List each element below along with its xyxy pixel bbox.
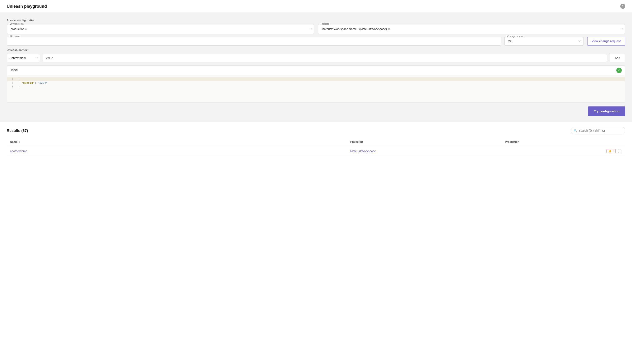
environments-field: Environments production ⊗ ▾ xyxy=(7,24,314,34)
api-token-label: API token xyxy=(9,35,21,38)
access-config-label: Access configuration xyxy=(7,18,625,22)
search-icon: 🔍 xyxy=(573,129,577,132)
code-line-2: 2 "userId": "1234" xyxy=(7,81,625,85)
context-field-select[interactable]: Context field userId sessionId remoteAdd… xyxy=(7,54,40,62)
line-number-1: 1 xyxy=(7,78,15,80)
change-request-input[interactable] xyxy=(504,37,584,46)
results-section: Results (67) 🔍 Name ↑ Project ID Product… xyxy=(0,122,632,161)
th-name[interactable]: Name ↑ xyxy=(7,138,347,146)
row-project-cell: MateuszWorkspace xyxy=(347,146,502,156)
search-input[interactable] xyxy=(571,127,625,134)
environments-label: Environments xyxy=(9,22,25,25)
json-editor-header: JSON ✓ xyxy=(7,66,625,75)
context-add-btn[interactable]: Add xyxy=(610,54,625,62)
api-token-field: API token xyxy=(7,37,501,46)
projects-field: Projects Mateusz Workspace Name - (Mateu… xyxy=(318,24,625,34)
context-field-wrapper: Context field userId sessionId remoteAdd… xyxy=(7,54,40,62)
code-editor[interactable]: 1 ↓ { 2 "userId": "1234" 3 } xyxy=(7,75,625,102)
feature-name-link[interactable]: anotherdemo xyxy=(10,150,27,153)
access-config-section: Access configuration Environments produc… xyxy=(7,18,625,46)
projects-label: Projects xyxy=(320,22,330,25)
json-label: JSON xyxy=(10,69,18,72)
code-line-3: 3 } xyxy=(7,85,625,89)
help-icon[interactable]: ? xyxy=(620,4,625,9)
th-project-id: Project ID xyxy=(347,138,502,146)
try-config-row: Try configuration xyxy=(7,106,625,116)
change-request-field: Change request ✕ xyxy=(504,37,584,46)
api-token-input[interactable] xyxy=(7,37,501,46)
results-table-header-row: Name ↑ Project ID Production xyxy=(7,138,625,146)
line-indicator-1: ↓ xyxy=(15,78,18,80)
production-chip: production ⊗ xyxy=(10,27,29,31)
row-name-cell: anotherdemo xyxy=(7,146,347,156)
code-line-1: 1 ↓ { xyxy=(7,77,625,81)
change-request-label: Change request xyxy=(506,35,524,38)
env-projects-row: Environments production ⊗ ▾ Projects M xyxy=(7,24,625,34)
line-number-3: 3 xyxy=(7,85,15,88)
context-row: Context field userId sessionId remoteAdd… xyxy=(7,54,625,62)
unleash-context-label: Unleash context xyxy=(7,48,625,52)
row-production-cell: 🔔 1 i xyxy=(502,146,625,156)
results-title: Results (67) xyxy=(7,128,28,133)
unleash-context-section: Unleash context Context field userId ses… xyxy=(7,48,625,62)
try-config-btn[interactable]: Try configuration xyxy=(588,106,625,116)
production-badge: 🔔 1 xyxy=(606,149,616,153)
main-content: Access configuration Environments produc… xyxy=(0,13,632,122)
name-sort-icon: ↑ xyxy=(19,141,20,143)
line-indicator-3 xyxy=(15,85,18,88)
page-header: Unleash playground ? xyxy=(0,0,632,13)
info-icon[interactable]: i xyxy=(618,149,622,153)
page-title: Unleash playground xyxy=(7,4,47,9)
projects-chip-field[interactable]: Mateusz Workspace Name - (MateuszWorkspa… xyxy=(318,24,625,34)
token-change-row: API token Change request ✕ View change r… xyxy=(7,37,625,46)
production-chip-remove[interactable]: ⊗ xyxy=(25,28,28,30)
line-content-2: "userId": "1234" xyxy=(18,82,48,84)
results-table: Name ↑ Project ID Production anotherdemo… xyxy=(7,138,625,156)
line-number-2: 2 xyxy=(7,82,15,84)
line-content-1: { xyxy=(18,78,20,80)
search-wrapper: 🔍 xyxy=(571,127,625,134)
project-chip: Mateusz Workspace Name - (MateuszWorkspa… xyxy=(321,27,391,31)
badge-icon: 🔔 xyxy=(608,150,611,152)
table-row: anotherdemo MateuszWorkspace 🔔 1 i xyxy=(7,146,625,156)
badge-count: 1 xyxy=(612,150,614,152)
results-header: Results (67) 🔍 xyxy=(7,127,625,134)
th-production: Production xyxy=(502,138,625,146)
environments-chip-field[interactable]: production ⊗ xyxy=(7,24,314,34)
view-change-request-btn[interactable]: View change request xyxy=(587,37,625,46)
line-content-3: } xyxy=(18,85,20,88)
json-valid-badge: ✓ xyxy=(616,68,622,73)
context-value-input[interactable] xyxy=(43,54,607,62)
change-request-clear-btn[interactable]: ✕ xyxy=(577,39,582,43)
project-id-link[interactable]: MateuszWorkspace xyxy=(350,150,376,153)
json-editor-container: JSON ✓ 1 ↓ { 2 "userId": "1234" xyxy=(7,65,625,103)
project-chip-remove[interactable]: ⊗ xyxy=(388,28,390,30)
line-indicator-2 xyxy=(15,82,18,84)
